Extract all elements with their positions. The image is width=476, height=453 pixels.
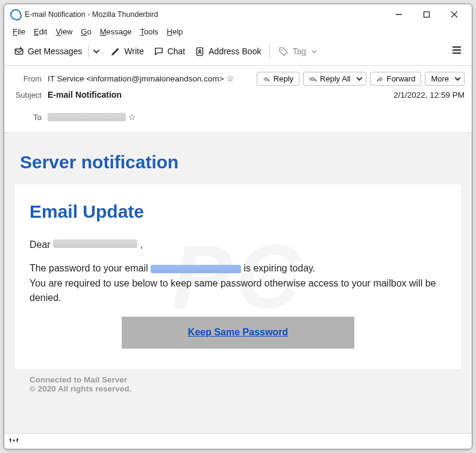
address-book-label: Address Book — [208, 46, 261, 56]
email-update-heading: Email Update — [30, 201, 446, 222]
addressbook-icon — [195, 46, 205, 57]
subject-label: Subject — [11, 90, 48, 100]
recipient-name-redacted — [53, 239, 137, 248]
write-button[interactable]: Write — [107, 44, 147, 59]
reply-button[interactable]: Reply — [257, 72, 299, 86]
menu-message[interactable]: Message — [96, 26, 136, 37]
svg-point-6 — [199, 49, 201, 51]
keep-same-password-button[interactable]: Keep Same Password — [122, 317, 354, 349]
email-content-card: Email Update Dear , The password to your… — [15, 185, 461, 369]
menu-edit[interactable]: Edit — [30, 26, 51, 37]
toolbar: Get Messages Write Chat Address Book Tag — [4, 40, 472, 66]
toolbar-divider — [269, 45, 270, 58]
menu-help[interactable]: Help — [163, 26, 187, 37]
more-button[interactable]: More — [425, 72, 465, 86]
menu-file[interactable]: File — [9, 26, 29, 37]
menu-view[interactable]: View — [52, 26, 76, 37]
from-value[interactable]: IT Service <information@jmmaloneandson.c… — [48, 74, 224, 83]
write-label: Write — [124, 46, 143, 56]
pencil-icon — [110, 46, 121, 57]
tag-icon — [278, 46, 289, 57]
message-datetime: 2/1/2022, 12:59 PM — [393, 90, 465, 100]
chat-label: Chat — [168, 46, 186, 56]
svg-rect-4 — [15, 49, 23, 54]
email-body-text: Dear , The password to your email is exp… — [30, 238, 446, 349]
from-label: From — [11, 74, 48, 83]
window-title: E-mail Notification - Mozilla Thunderbir… — [25, 10, 158, 19]
star-contact-icon[interactable]: ☆ — [227, 74, 234, 83]
menu-go[interactable]: Go — [77, 26, 95, 37]
star-contact-icon[interactable]: ☆ — [128, 112, 136, 122]
get-messages-button[interactable]: Get Messages — [10, 44, 86, 59]
app-window: E-mail Notification - Mozilla Thunderbir… — [4, 4, 472, 449]
subject-value: E-mail Notification — [48, 90, 122, 100]
reply-all-button[interactable]: Reply All — [303, 72, 366, 86]
statusbar — [4, 433, 472, 449]
to-value-redacted[interactable] — [48, 113, 126, 121]
chevron-down-icon — [311, 48, 318, 55]
hamburger-icon — [451, 45, 462, 55]
close-button[interactable] — [440, 5, 468, 24]
chevron-down-icon — [355, 75, 363, 83]
minimize-button[interactable] — [385, 5, 413, 24]
reply-icon — [263, 75, 271, 83]
thunderbird-icon — [10, 9, 21, 20]
inbox-download-icon — [14, 46, 24, 57]
message-body-area: PC Server notification Email Update Dear… — [4, 133, 472, 433]
app-menu-button[interactable] — [448, 42, 466, 60]
chat-button[interactable]: Chat — [150, 44, 189, 59]
tag-button[interactable]: Tag — [275, 44, 321, 59]
titlebar: E-mail Notification - Mozilla Thunderbir… — [4, 4, 472, 25]
chevron-down-icon — [454, 75, 462, 83]
email-address-redacted — [151, 265, 241, 273]
reply-all-icon — [309, 75, 317, 83]
forward-button[interactable]: Forward — [370, 72, 422, 86]
menubar: File Edit View Go Message Tools Help — [4, 25, 472, 40]
maximize-button[interactable] — [413, 5, 440, 24]
to-label: To — [11, 113, 48, 122]
menu-tools[interactable]: Tools — [136, 26, 161, 37]
message-headers: From IT Service <information@jmmaloneand… — [4, 66, 472, 133]
connection-status-icon[interactable] — [9, 436, 19, 448]
server-notification-banner: Server notification — [15, 141, 461, 185]
get-messages-dropdown[interactable] — [88, 45, 104, 58]
get-messages-label: Get Messages — [28, 46, 82, 56]
svg-point-7 — [281, 49, 283, 50]
address-book-button[interactable]: Address Book — [191, 44, 265, 59]
tag-label: Tag — [292, 46, 306, 56]
svg-rect-1 — [424, 12, 430, 17]
svg-point-8 — [13, 439, 14, 441]
chat-icon — [154, 46, 164, 57]
message-actions: Reply Reply All Forward More — [257, 72, 465, 86]
chevron-down-icon — [92, 47, 101, 55]
email-footer: Connected to Mail Server © 2020 All righ… — [15, 369, 461, 407]
forward-icon — [376, 75, 384, 83]
